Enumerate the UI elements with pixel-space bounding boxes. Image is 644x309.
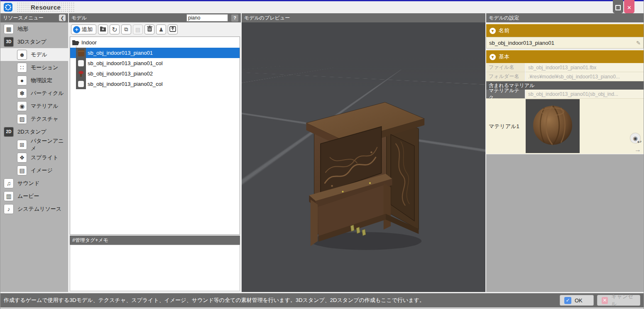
physics-icon: ● [17,75,27,85]
model-preview-header: モデルのプレビュー [242,13,485,22]
replace-material-icon[interactable]: ◉↩ [630,133,640,143]
refresh-button[interactable]: ↻ [110,24,120,34]
open-folder-icon [72,39,80,46]
expand-arrow-icon[interactable]: → [634,146,641,153]
tree-connector [70,63,76,63]
collapse-sidebar-button[interactable]: ❮ [59,15,66,21]
ok-button[interactable]: ✓ OK [560,295,594,306]
material-preview-thumbnail[interactable] [526,99,580,153]
sidebar-item-label: ムービー [17,192,39,200]
memo-input[interactable] [70,245,240,291]
stool-thumb-icon [78,71,84,77]
sidebar-item-texture[interactable]: ▨テクスチャ [0,112,68,125]
pattern-anime-icon: ⊞ [17,140,27,150]
movie-icon: ▥ [4,191,14,201]
sidebar-item-sound[interactable]: ♫サウンド [0,177,68,190]
2d-stamp-icon: 2D [4,127,14,137]
name-section-header[interactable]: ▼ 名前 [486,24,644,37]
maximize-button[interactable] [613,0,623,13]
model-settings-header: モデルの設定 [486,13,644,22]
sidebar-item-pattern-anime[interactable]: ⊞パターンアニメ [0,138,68,151]
model-toolbar: ＋ 追加 ↻⧉▤♟ [69,22,241,36]
new-folder-button[interactable] [98,24,108,34]
sidebar-item-image[interactable]: ▤イメージ [0,164,68,177]
sidebar-item-material[interactable]: ◉マテリアル [0,100,68,112]
copy-icon: ⧉ [124,26,128,33]
settings-filler [486,154,644,292]
3d-stamp-icon: 3D [4,37,14,47]
tree-item[interactable]: sb_obj_indoor013_piano02_col [70,79,240,89]
model-list-header: モデル ? [69,13,241,22]
model-icon: ☻ [17,50,27,60]
piano-thumb-icon [78,50,84,56]
box-thumb-icon [78,60,84,66]
stamp-button[interactable]: ♟ [156,24,166,34]
maximize-icon [615,5,621,10]
material-icon: ◉ [17,101,27,111]
sidebar-item-movie[interactable]: ▥ムービー [0,190,68,202]
return-arrow-icon: ↩ [637,139,642,145]
app-dice-icon [4,3,12,12]
sprite-icon: ❖ [17,153,27,163]
sidebar-item-label: モデル [31,51,47,58]
sidebar-item-label: 2Dスタンプ [17,128,47,136]
resource-menu-panel: リソースメニュー ❮ ▦地形3D3Dスタンプ☻モデル∷モーション●物理設定✽パー… [0,13,68,292]
sidebar-item-sprite[interactable]: ❖スプライト [0,151,68,164]
item-thumbnail [76,68,86,79]
import-export-button[interactable] [168,24,178,34]
search-input[interactable] [186,14,228,22]
sidebar-item-label: システムリソース [17,205,61,213]
material-name-label: マテリアル1 [486,99,526,154]
name-field[interactable]: sb_obj_indoor013_piano01 ✎ [486,37,644,49]
edit-pencil-icon[interactable]: ✎ [636,40,641,46]
basic-section-header[interactable]: ▼ 基本 [486,50,644,63]
sidebar-item-terrain[interactable]: ▦地形 [0,22,68,35]
model-preview-panel: モデルのプレビュー [242,13,485,292]
tree-item[interactable]: sb_obj_indoor013_piano01 [70,48,240,58]
tree-item-label: sb_obj_indoor013_piano02 [88,71,153,77]
sidebar-item-label: パーティクル [31,90,64,97]
tree-item-label: sb_obj_indoor013_piano01_col [88,60,163,66]
sidebar-item-motion[interactable]: ∷モーション [0,61,68,74]
window-title: Resource [17,2,75,12]
tree-item[interactable]: sb_obj_indoor013_piano02 [70,68,240,79]
folder-name-row: フォルダー名 .¥res¥model¥sb_obj_indoor013_pian… [486,72,644,81]
cancel-button[interactable]: ✕ キャンセル [597,295,640,306]
main-area: リソースメニュー ❮ ▦地形3D3Dスタンプ☻モデル∷モーション●物理設定✽パー… [0,13,644,292]
material-row: マテリアル1 [486,99,644,154]
model-settings-panel: モデルの設定 ▼ 名前 sb_obj_indoor013_piano01 ✎ ▼… [486,13,644,292]
x-icon: ✕ [602,297,608,304]
material-texture-row: マテリアルテク... sb_obj_indoor013_piano01(sb_o… [486,90,644,99]
sidebar-item-model[interactable]: ☻モデル [0,48,68,61]
tree-connector [70,73,76,74]
image-icon: ▤ [17,165,27,175]
sidebar-item-3d-stamp[interactable]: 3D3Dスタンプ [0,35,68,48]
sidebar-item-system-resource[interactable]: ♪システムリソース [0,202,68,215]
chevron-down-icon: ▼ [490,54,496,60]
help-button[interactable]: ? [231,15,238,22]
tree-folder-row[interactable]: Indoor [70,37,240,48]
sidebar-item-particle[interactable]: ✽パーティクル [0,87,68,100]
delete-button[interactable] [144,24,154,34]
paste-button[interactable]: ▤ [133,24,143,34]
sidebar-item-label: マテリアル [31,102,59,110]
window-bottom-edge [0,307,644,309]
sidebar-item-label: 3Dスタンプ [17,38,47,46]
piano-model [300,75,443,264]
material-texture-value: sb_obj_indoor013_piano01(sb_obj_ind... [526,90,644,99]
preview-viewport[interactable] [242,22,485,292]
file-name-label: ファイル名 [486,63,526,72]
close-button[interactable]: ✕ [624,0,634,13]
sidebar-item-physics[interactable]: ●物理設定 [0,74,68,87]
add-button[interactable]: ＋ 追加 [71,24,96,34]
tree-item[interactable]: sb_obj_indoor013_piano01_col [70,58,240,68]
sidebar-item-2d-stamp[interactable]: 2D2Dスタンプ [0,125,68,138]
file-name-row: ファイル名 sb_obj_indoor013_piano01.fbx [486,63,644,72]
paste-icon: ▤ [135,27,140,33]
material-side-area: ◉↩ → [580,99,644,154]
import-export-icon [169,26,176,33]
sound-icon: ♫ [4,178,14,188]
stamp-icon: ♟ [159,27,164,33]
sidebar-item-label: イメージ [31,167,53,174]
copy-button[interactable]: ⧉ [121,24,131,34]
